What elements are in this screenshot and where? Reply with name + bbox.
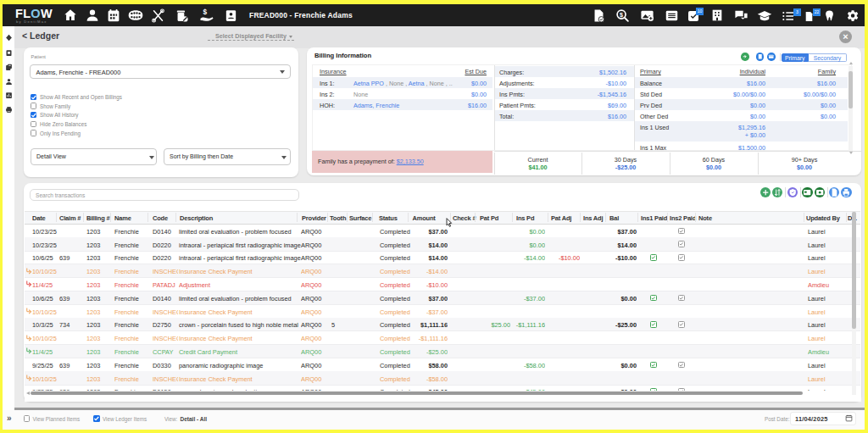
svg-text:$: $	[203, 8, 207, 16]
svg-text:$: $	[620, 11, 623, 18]
